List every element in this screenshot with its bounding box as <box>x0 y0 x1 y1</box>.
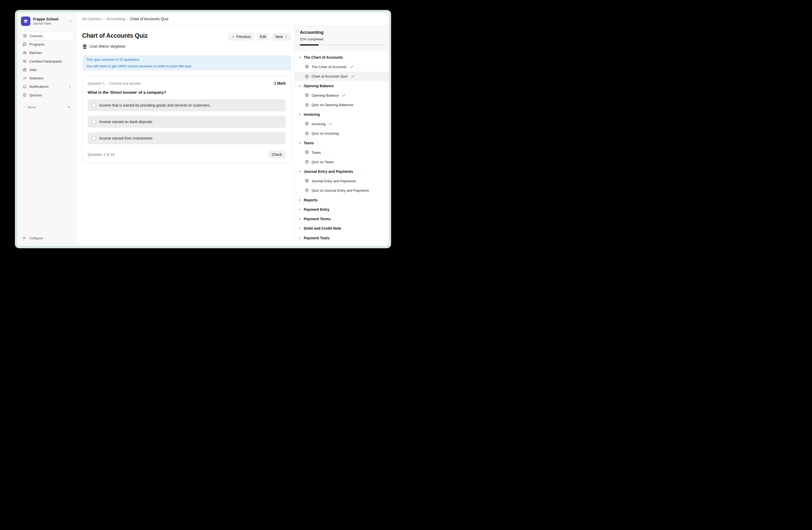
outline-lesson-invoicing[interactable]: Invoicing <box>294 119 389 128</box>
chevron-right-icon <box>298 227 301 230</box>
sidebar-item-batches[interactable]: Batches <box>20 49 73 57</box>
breadcrumb: All Courses / Accounting / Chart of Acco… <box>76 12 294 25</box>
course-progress-bar <box>300 44 386 45</box>
sidebar-item-quizzes[interactable]: Quizzes <box>20 91 73 99</box>
help-circle-icon <box>305 74 309 79</box>
answer-option-1[interactable]: Income that is earned by providing goods… <box>88 99 286 111</box>
chevron-down-icon <box>298 56 301 59</box>
book-open-icon <box>23 34 27 38</box>
workspace-switcher[interactable]: Frappe School Jannat Patel <box>20 16 73 26</box>
page-title: Chart of Accounts Quiz <box>82 32 147 39</box>
sidebar-item-programs[interactable]: Programs <box>20 40 73 48</box>
sidebar-item-notifications[interactable]: Notifications 1 <box>20 83 73 91</box>
outline-chapter-journal-entry-and-payments[interactable]: Journal Entry and Payments <box>294 167 389 176</box>
breadcrumb-accounting[interactable]: Accounting <box>106 17 125 21</box>
quiz-info-line: You will have to get 100% correct answer… <box>86 63 287 69</box>
chevron-right-icon <box>298 217 301 221</box>
app-window: Frappe School Jannat Patel Courses Progr… <box>17 12 389 246</box>
outline-chapter-taxes[interactable]: Taxes <box>294 138 389 148</box>
radio-button[interactable] <box>92 103 96 107</box>
sidebar-more-toggle[interactable]: More <box>20 103 73 111</box>
outline-lesson-taxes[interactable]: Taxes <box>294 148 389 157</box>
author-name: Linet Sherin Varghese <box>89 44 126 48</box>
quiz-nav-actions: Previous Edit Next <box>228 33 291 41</box>
workspace-name: Frappe School <box>33 17 58 22</box>
outline-lesson-quiz-on-opening-balances[interactable]: Quiz on Opening Balances <box>294 100 389 110</box>
check-icon <box>329 122 333 126</box>
outline-chapter-opening-balance[interactable]: Opening Balance <box>294 81 389 90</box>
answer-option-3[interactable]: Income earned from investments <box>88 132 286 144</box>
outline-lesson-quiz-on-invoicing[interactable]: Quiz on Invoicing <box>294 128 389 138</box>
outline-chapter-debit-and-credit-note[interactable]: Debit and Credit Note <box>294 224 389 233</box>
sidebar-nav: Courses Programs Batches Certified Parti… <box>20 32 73 99</box>
outline-lesson-opening-balance[interactable]: Opening Balance <box>294 90 389 100</box>
briefcase-icon <box>23 68 27 72</box>
course-progress-fill <box>300 44 319 45</box>
workspace-user: Jannat Patel <box>33 22 58 26</box>
course-title: Accounting <box>300 30 386 35</box>
chevron-right-icon <box>23 106 26 109</box>
help-circle-icon <box>305 160 309 164</box>
chevron-right-icon <box>298 236 301 240</box>
outline-chapter-reports[interactable]: Reports <box>294 195 389 205</box>
monitor-play-icon <box>305 179 309 183</box>
question-instruction: Choose one answer <box>110 81 141 85</box>
chevron-down-icon <box>298 84 301 87</box>
sidebar-item-jobs[interactable]: Jobs <box>20 66 73 74</box>
course-outline-list: The Chart of Accounts The Chart of Accou… <box>294 51 389 246</box>
outline-chapter-payment-tools[interactable]: Payment Tools <box>294 233 389 243</box>
chevron-down-icon <box>298 113 301 116</box>
breadcrumb-current: Chart of Accounts Quiz <box>130 17 169 21</box>
sidebar-item-courses[interactable]: Courses <box>20 32 73 40</box>
outline-chapter-payment-terms[interactable]: Payment Terms <box>294 214 389 224</box>
route-icon <box>23 42 27 46</box>
outline-lesson-quiz-on-taxes[interactable]: Quiz on Taxes <box>294 157 389 167</box>
chevron-down-icon <box>69 19 72 23</box>
question-card: Question 1: Choose one answer 1 Mark Wha… <box>82 76 291 163</box>
main-content: Chart of Accounts Quiz Previous Edit Nex… <box>76 25 294 246</box>
help-circle-icon <box>305 188 309 193</box>
notifications-count-badge: 1 <box>69 85 71 88</box>
chevron-right-icon <box>298 198 301 201</box>
quiz-info-line: This quiz consists of 10 questions. <box>86 56 287 63</box>
users-icon <box>23 51 27 55</box>
answer-options: Income that is earned by providing goods… <box>88 99 286 144</box>
radio-button[interactable] <box>92 120 96 124</box>
quiz-info-banner: This quiz consists of 10 questions. You … <box>82 55 291 70</box>
outline-lesson-quiz-on-journal-entry-and-payments[interactable]: Quiz on Journal Entry and Payments <box>294 186 389 195</box>
radio-button[interactable] <box>92 136 96 140</box>
graduation-cap-logo-icon <box>23 18 29 24</box>
answer-option-2[interactable]: Income earned on bank deposits <box>88 116 286 128</box>
avatar <box>82 44 87 49</box>
app-window-frame: Frappe School Jannat Patel Courses Progr… <box>15 10 391 248</box>
bell-icon <box>23 85 27 89</box>
sidebar-item-certified-participants[interactable]: Certified Participants <box>20 57 73 66</box>
chevron-left-icon <box>232 35 235 39</box>
check-icon <box>350 65 354 69</box>
outline-chapter-payment-entry[interactable]: Payment Entry <box>294 205 389 214</box>
outline-chapter-the-chart-of-accounts[interactable]: The Chart of Accounts <box>294 53 389 62</box>
plus-icon[interactable] <box>67 105 71 109</box>
check-button[interactable]: Check <box>268 151 286 158</box>
outline-lesson-journal-entry-and-payments[interactable]: Journal Entry and Payments <box>294 176 389 186</box>
outline-lesson-the-chart-of-accounts[interactable]: The Chart of Accounts <box>294 62 389 71</box>
outline-lesson-chart-of-accounts-quiz[interactable]: Chart of Accounts Quiz <box>294 72 389 81</box>
outline-chapter-invoicing[interactable]: Invoicing <box>294 110 389 119</box>
sidebar-item-statistics[interactable]: Statistics <box>20 74 73 82</box>
outline-top-spacer <box>294 12 389 26</box>
chevron-down-icon <box>298 170 301 173</box>
course-progress-label: 22% completed <box>300 37 386 41</box>
question-marks: 1 Mark <box>274 81 286 85</box>
graduation-cap-icon <box>23 59 27 64</box>
previous-button[interactable]: Previous <box>228 33 254 41</box>
edit-button[interactable]: Edit <box>256 33 270 41</box>
collapse-sidebar-icon <box>23 236 27 240</box>
desktop-background: Frappe School Jannat Patel Courses Progr… <box>0 0 406 265</box>
breadcrumb-all-courses[interactable]: All Courses <box>82 17 102 21</box>
chevron-right-icon <box>284 35 288 39</box>
left-sidebar: Frappe School Jannat Patel Courses Progr… <box>17 12 76 246</box>
help-circle-icon <box>305 131 309 136</box>
next-button[interactable]: Next <box>272 33 291 41</box>
monitor-play-icon <box>305 93 309 97</box>
sidebar-collapse-button[interactable]: Collapse <box>20 234 73 242</box>
